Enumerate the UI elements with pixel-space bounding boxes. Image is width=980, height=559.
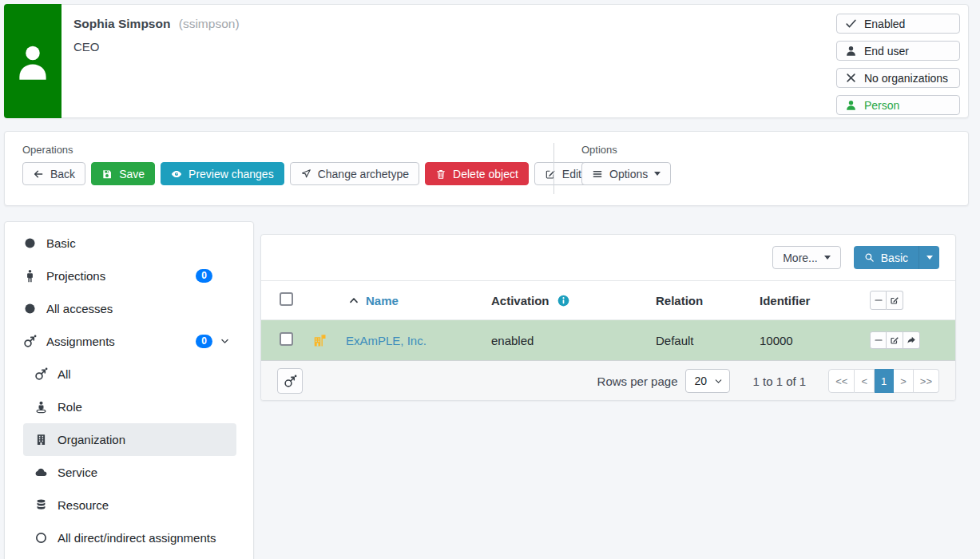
row-name-link[interactable]: ExAmPLE, Inc. xyxy=(346,334,427,347)
chevron-down-icon[interactable] xyxy=(220,336,230,347)
status-badge-person: Person xyxy=(836,95,960,115)
location-arrow-icon xyxy=(300,168,311,180)
info-icon[interactable] xyxy=(557,295,569,307)
search-bar: More... Basic xyxy=(261,235,955,281)
sort-asc-icon[interactable] xyxy=(347,294,360,307)
delete-object-button[interactable]: Delete object xyxy=(425,162,529,185)
column-header-relation: Relation xyxy=(652,294,756,307)
arrow-left-icon xyxy=(33,168,44,180)
org-icon xyxy=(311,332,327,348)
last-page-button[interactable]: >> xyxy=(914,369,939,393)
assignment-icon xyxy=(34,367,52,381)
sidebar-item-all[interactable]: All xyxy=(23,358,236,391)
search-button[interactable]: Basic xyxy=(854,246,919,269)
column-header-name[interactable]: Name xyxy=(366,294,399,307)
rows-per-page-select[interactable]: 20 xyxy=(685,369,730,393)
cloud-icon xyxy=(34,466,52,479)
edit-button[interactable] xyxy=(887,331,903,349)
sidebar-item-projections[interactable]: Projections 0 xyxy=(23,260,236,292)
toolbar-divider xyxy=(553,143,554,194)
role-icon xyxy=(34,400,52,414)
sidebar-item-basic[interactable]: Basic xyxy=(23,227,236,260)
select-all-checkbox[interactable] xyxy=(280,292,293,306)
status-badge-enabled: Enabled xyxy=(836,14,960,34)
trash-icon xyxy=(435,168,446,180)
count-badge: 0 xyxy=(196,269,212,283)
rows-per-page-label: Rows per page xyxy=(597,375,678,388)
assignments-table-panel: More... Basic Name Activation Relation I… xyxy=(260,234,956,401)
sidebar-item-all-accesses[interactable]: All accesses xyxy=(23,292,236,325)
user-description: CEO xyxy=(73,40,100,54)
row-identifier: 10000 xyxy=(756,334,863,347)
sidebar-item-resource[interactable]: Resource xyxy=(23,489,236,521)
check-icon xyxy=(845,18,857,30)
save-button[interactable]: Save xyxy=(91,162,155,185)
caret-down-icon xyxy=(926,256,933,260)
details-navigation: Basic Projections 0 All accesses Assignm… xyxy=(4,221,254,559)
chevron-down-icon xyxy=(714,377,723,386)
new-assignment-button[interactable] xyxy=(277,368,303,394)
table-footer: Rows per page 20 1 to 1 of 1 << < 1 > >> xyxy=(261,361,955,401)
status-badge-no-organizations: No organizations xyxy=(836,68,960,88)
building-icon xyxy=(34,433,52,446)
row-activation: enabled xyxy=(488,334,652,347)
circle-icon xyxy=(23,302,41,315)
share-button[interactable] xyxy=(903,331,920,349)
database-icon xyxy=(34,498,52,512)
avatar xyxy=(4,4,61,118)
save-icon xyxy=(101,168,113,180)
sidebar-item-role[interactable]: Role xyxy=(23,391,236,423)
assignment-icon xyxy=(23,335,41,348)
table-header-row: Name Activation Relation Identifier xyxy=(261,281,955,320)
x-icon xyxy=(845,72,857,84)
search-icon xyxy=(864,252,875,263)
status-badge-end-user: End user xyxy=(836,41,960,61)
pagination-count: 1 to 1 of 1 xyxy=(752,375,806,388)
assignment-icon xyxy=(284,375,297,388)
prev-page-button[interactable]: < xyxy=(855,369,875,393)
change-archetype-button[interactable]: Change archetype xyxy=(290,162,419,185)
user-icon xyxy=(16,43,50,80)
user-icon xyxy=(845,45,857,57)
count-badge: 0 xyxy=(196,335,212,348)
row-actions xyxy=(870,331,920,349)
more-filters-button[interactable]: More... xyxy=(772,246,841,269)
first-page-button[interactable]: << xyxy=(828,369,855,393)
circle-outline-icon xyxy=(34,531,52,545)
row-checkbox[interactable] xyxy=(280,332,293,346)
page-1-button[interactable]: 1 xyxy=(875,369,894,393)
pagination: << < 1 > >> xyxy=(828,369,939,393)
username: (ssimpson) xyxy=(179,17,240,30)
search-mode-dropdown[interactable] xyxy=(919,246,939,269)
row-relation: Default xyxy=(652,334,756,347)
user-summary-panel: Sophia Simpson (ssimpson) CEO Enabled En… xyxy=(4,4,969,118)
operations-panel: Operations Back Save Preview changes xyxy=(4,131,969,206)
summary-tags: Enabled End user No organizations Person xyxy=(836,14,960,122)
caret-down-icon xyxy=(824,256,831,260)
next-page-button[interactable]: > xyxy=(894,369,914,393)
back-button[interactable]: Back xyxy=(22,162,85,185)
operations-label: Operations xyxy=(22,144,968,156)
header-actions xyxy=(870,291,903,310)
unassign-button[interactable] xyxy=(870,331,887,349)
page-title: Sophia Simpson xyxy=(73,17,170,30)
eye-icon xyxy=(171,168,182,180)
unassign-button[interactable] xyxy=(870,291,887,310)
table-row[interactable]: ExAmPLE, Inc. enabled Default 10000 xyxy=(261,320,955,361)
sidebar-item-organization[interactable]: Organization xyxy=(23,423,236,456)
edit-button[interactable] xyxy=(887,291,903,310)
sidebar-item-all-direct-indirect[interactable]: All direct/indirect assignments xyxy=(23,521,236,554)
hamburger-icon xyxy=(592,168,603,180)
user-icon xyxy=(845,99,857,111)
caret-down-icon xyxy=(654,172,661,176)
sidebar-item-assignments[interactable]: Assignments 0 xyxy=(23,325,236,358)
preview-changes-button[interactable]: Preview changes xyxy=(161,162,284,185)
sidebar-item-service[interactable]: Service xyxy=(23,456,236,489)
options-label: Options xyxy=(581,144,671,156)
circle-icon xyxy=(23,236,41,250)
person-icon xyxy=(23,269,41,283)
search-mode-split-button[interactable]: Basic xyxy=(854,246,939,269)
column-header-identifier: Identifier xyxy=(756,294,863,307)
options-button[interactable]: Options xyxy=(581,162,671,185)
column-header-activation: Activation xyxy=(491,294,550,307)
